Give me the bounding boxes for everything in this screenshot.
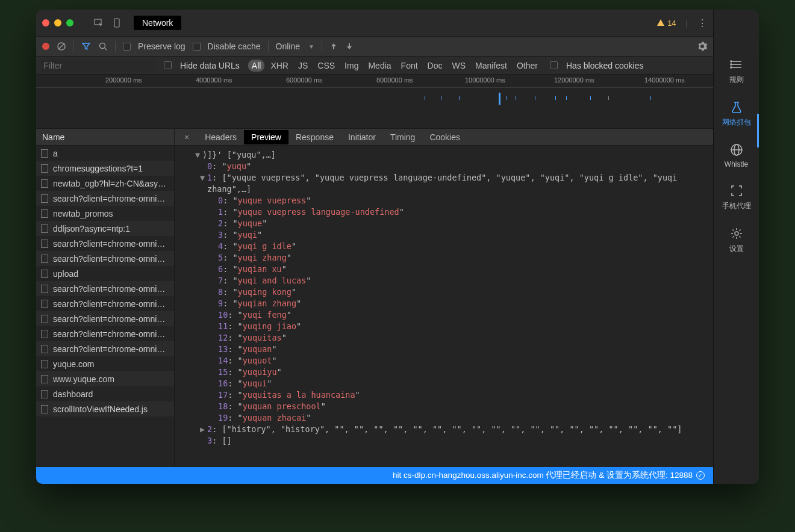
preview-item[interactable]: 3: "yuqi" xyxy=(181,229,707,241)
filter-input[interactable] xyxy=(41,59,155,72)
preview-item[interactable]: 7: "yuqi and lucas" xyxy=(181,275,707,286)
filter-chip-media[interactable]: Media xyxy=(364,60,394,72)
throttle-select[interactable]: Online ▼ xyxy=(276,42,314,51)
tab-response[interactable]: Response xyxy=(288,130,341,144)
file-icon xyxy=(41,224,48,233)
preview-item[interactable]: 13: "yuquan" xyxy=(181,344,707,355)
preview-item[interactable]: 8: "yuqing kong" xyxy=(181,286,707,298)
request-row[interactable]: search?client=chrome-omni… xyxy=(36,296,174,311)
app-window: Network 14 | ⋮ xyxy=(36,10,759,484)
request-row[interactable]: search?client=chrome-omni… xyxy=(36,311,174,326)
filter-chip-all[interactable]: All xyxy=(248,60,265,72)
close-details-button[interactable]: × xyxy=(177,132,196,142)
filter-chip-manifest[interactable]: Manifest xyxy=(472,60,511,72)
preview-item[interactable]: 0: "yuque vuepress" xyxy=(181,195,707,206)
request-row[interactable]: search?client=chrome-omni… xyxy=(36,236,174,251)
has-blocked-checkbox[interactable] xyxy=(550,61,558,69)
preview-item[interactable]: 11: "yuqing jiao" xyxy=(181,321,707,332)
sidebar-item-capture[interactable]: 网络抓包 xyxy=(722,101,751,128)
column-header-name[interactable]: Name xyxy=(36,129,174,146)
request-row[interactable]: newtab_promos xyxy=(36,206,174,221)
request-row[interactable]: search?client=chrome-omni… xyxy=(36,341,174,356)
request-row[interactable]: search?client=chrome-omni… xyxy=(36,191,174,206)
close-window-button[interactable] xyxy=(42,19,49,26)
request-row[interactable]: newtab_ogb?hl=zh-CN&asyn… xyxy=(36,176,174,191)
filter-chip-other[interactable]: Other xyxy=(513,60,541,72)
upload-har-icon[interactable] xyxy=(329,42,338,51)
sidebar-label: Whistle xyxy=(725,160,748,169)
details-tabbar: × HeadersPreviewResponseInitiatorTimingC… xyxy=(175,129,713,146)
file-icon xyxy=(41,345,48,353)
overview-timeline[interactable]: 2000000 ms4000000 ms6000000 ms8000000 ms… xyxy=(36,75,713,129)
file-icon xyxy=(41,164,48,173)
tab-cookies[interactable]: Cookies xyxy=(422,130,467,144)
expand-arrow-icon[interactable]: ▶ xyxy=(200,424,207,435)
window-controls xyxy=(42,19,86,26)
preview-item[interactable]: 2: "yuque" xyxy=(181,218,707,229)
filter-chip-ws[interactable]: WS xyxy=(449,60,470,72)
filter-toggle-icon[interactable] xyxy=(81,42,91,51)
preview-item[interactable]: 6: "yuqian xu" xyxy=(181,264,707,275)
svg-point-16 xyxy=(735,232,738,235)
filter-chip-xhr[interactable]: XHR xyxy=(267,60,292,72)
disable-cache-checkbox[interactable] xyxy=(193,43,201,51)
request-row[interactable]: dashboard xyxy=(36,386,174,401)
tab-preview[interactable]: Preview xyxy=(244,130,288,144)
request-row[interactable]: search?client=chrome-omni… xyxy=(36,281,174,296)
request-row[interactable]: a xyxy=(36,146,174,161)
file-icon xyxy=(41,360,48,368)
preview-item[interactable]: 5: "yuqi zhang" xyxy=(181,252,707,264)
record-button[interactable] xyxy=(42,43,49,50)
device-icon[interactable] xyxy=(112,18,122,28)
sidebar-item-whistle[interactable]: Whistle xyxy=(725,143,748,169)
search-icon[interactable] xyxy=(98,42,108,51)
tab-headers[interactable]: Headers xyxy=(198,130,244,144)
collapse-arrow-icon[interactable]: ▼ xyxy=(200,172,207,184)
timeline-tick: 4000000 ms xyxy=(196,76,232,84)
preview-content[interactable]: ▼)]}' ["yuqu",…] 0: "yuqu" ▼1: ["yuque v… xyxy=(175,146,713,467)
preview-item[interactable]: 15: "yuquiyu" xyxy=(181,367,707,378)
preview-item[interactable]: 9: "yuqian zhang" xyxy=(181,298,707,309)
filter-chip-font[interactable]: Font xyxy=(398,60,422,72)
maximize-window-button[interactable] xyxy=(66,19,73,26)
gear-icon xyxy=(730,227,743,240)
clear-button[interactable] xyxy=(57,42,66,51)
preview-item[interactable]: 16: "yuqui" xyxy=(181,378,707,389)
request-row[interactable]: www.yuque.com xyxy=(36,371,174,386)
preserve-log-checkbox[interactable] xyxy=(123,43,131,51)
request-row[interactable]: search?client=chrome-omni… xyxy=(36,326,174,341)
preview-item[interactable]: 1: "yuque vuepress language-undefined" xyxy=(181,206,707,218)
preview-item[interactable]: 17: "yuquitas a la huancaina" xyxy=(181,389,707,401)
request-row[interactable]: upload xyxy=(36,266,174,281)
more-menu-icon[interactable]: ⋮ xyxy=(697,17,707,29)
preview-item[interactable]: 14: "yuquot" xyxy=(181,355,707,367)
hide-data-urls-checkbox[interactable] xyxy=(164,61,172,69)
inspect-icon[interactable] xyxy=(94,18,104,28)
warnings-badge[interactable]: 14 xyxy=(656,19,676,28)
request-name: search?client=chrome-omni… xyxy=(53,284,165,294)
preview-item[interactable]: 4: "yuqi g idle" xyxy=(181,241,707,252)
settings-icon[interactable] xyxy=(697,42,707,51)
filter-chip-js[interactable]: JS xyxy=(295,60,311,72)
tab-timing[interactable]: Timing xyxy=(383,130,423,144)
preview-item[interactable]: 18: "yuquan preschool" xyxy=(181,401,707,412)
filter-chip-css[interactable]: CSS xyxy=(314,60,338,72)
preview-item[interactable]: 12: "yuquitas" xyxy=(181,332,707,344)
preview-item[interactable]: 19: "yuquan zhacai" xyxy=(181,412,707,424)
download-har-icon[interactable] xyxy=(345,42,354,51)
preview-item[interactable]: 10: "yuqi feng" xyxy=(181,309,707,321)
request-row[interactable]: ddljson?async=ntp:1 xyxy=(36,221,174,236)
filter-chip-img[interactable]: Img xyxy=(341,60,362,72)
sidebar-item-settings[interactable]: 设置 xyxy=(729,227,744,254)
minimize-window-button[interactable] xyxy=(54,19,61,26)
sidebar-item-mobile[interactable]: 手机代理 xyxy=(722,184,751,211)
request-row[interactable]: search?client=chrome-omni… xyxy=(36,251,174,266)
collapse-arrow-icon[interactable]: ▼ xyxy=(195,149,202,161)
tab-network[interactable]: Network xyxy=(134,16,181,30)
request-row[interactable]: scrollIntoViewIfNeeded.js xyxy=(36,401,174,416)
request-row[interactable]: yuque.com xyxy=(36,356,174,371)
filter-chip-doc[interactable]: Doc xyxy=(424,60,446,72)
request-row[interactable]: chromesuggestions?t=1 xyxy=(36,161,174,176)
tab-initiator[interactable]: Initiator xyxy=(341,130,383,144)
sidebar-item-rules[interactable]: 规则 xyxy=(729,58,744,85)
